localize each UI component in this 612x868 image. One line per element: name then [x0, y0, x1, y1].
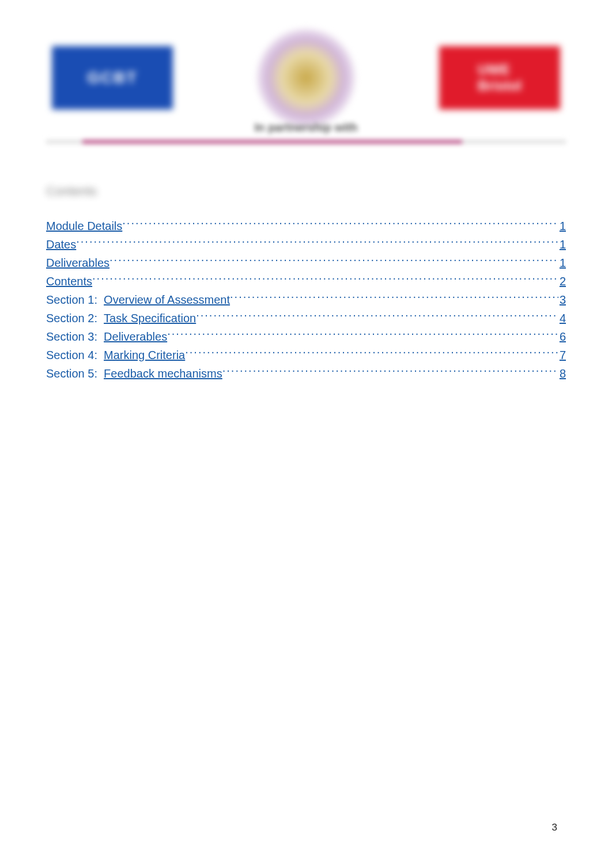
toc-prefix: Section 5: [46, 365, 97, 382]
toc-row: Contents 2 [46, 271, 566, 290]
toc-link-dates[interactable]: Dates [46, 236, 76, 253]
toc-dots [92, 271, 558, 285]
header-logos: GCBT UWE Bristol [46, 29, 566, 127]
toc-dots [167, 327, 558, 341]
toc-link-section1[interactable]: Overview of Assessment [104, 292, 230, 308]
toc-dots [122, 216, 558, 230]
toc-page[interactable]: 1 [558, 255, 566, 271]
toc-page[interactable]: 2 [558, 273, 566, 290]
toc-dots [222, 364, 558, 378]
contents-heading: Contents [46, 184, 566, 199]
toc-prefix: Section 2: [46, 310, 97, 327]
toc-prefix: Section 4: [46, 347, 97, 364]
toc-link-module-details[interactable]: Module Details [46, 218, 122, 235]
table-of-contents: Module Details 1 Dates 1 Deliverables 1 … [46, 216, 566, 382]
logo-left: GCBT [52, 46, 173, 110]
logo-center-crest [257, 29, 355, 127]
toc-page[interactable]: 1 [558, 218, 566, 235]
toc-row: Section 2: Task Specification 4 [46, 308, 566, 327]
toc-link-section5[interactable]: Feedback mechanisms [104, 365, 222, 382]
document-page: GCBT UWE Bristol In partnership with Con… [0, 0, 612, 868]
logo-right: UWE Bristol [439, 46, 560, 110]
toc-dots [185, 345, 558, 359]
header-divider [46, 140, 566, 144]
page-number: 3 [552, 822, 557, 833]
toc-page[interactable]: 3 [558, 292, 566, 308]
logo-left-text: GCBT [87, 69, 137, 87]
toc-page[interactable]: 6 [558, 329, 566, 345]
divider-wrap [46, 140, 566, 144]
toc-page[interactable]: 4 [558, 310, 566, 327]
logo-right-text2: Bristol [478, 78, 522, 94]
toc-row: Dates 1 [46, 235, 566, 253]
toc-link-section4[interactable]: Marking Criteria [104, 347, 185, 364]
toc-link-contents[interactable]: Contents [46, 273, 92, 290]
toc-page[interactable]: 7 [558, 347, 566, 364]
logo-right-text1: UWE [478, 62, 522, 78]
toc-dots [196, 308, 558, 322]
toc-dots [230, 290, 558, 304]
partnership-caption: In partnership with [46, 121, 566, 134]
toc-page[interactable]: 1 [558, 236, 566, 253]
toc-prefix: Section 1: [46, 292, 97, 308]
toc-prefix: Section 3: [46, 329, 97, 345]
toc-row: Module Details 1 [46, 216, 566, 235]
toc-page[interactable]: 8 [558, 365, 566, 382]
toc-row: Deliverables 1 [46, 253, 566, 271]
toc-link-section2[interactable]: Task Specification [104, 310, 196, 327]
toc-row: Section 1: Overview of Assessment 3 [46, 290, 566, 308]
toc-row: Section 5: Feedback mechanisms 8 [46, 364, 566, 382]
toc-row: Section 4: Marking Criteria 7 [46, 345, 566, 364]
toc-dots [76, 235, 558, 248]
toc-row: Section 3: Deliverables 6 [46, 327, 566, 345]
toc-link-deliverables[interactable]: Deliverables [46, 255, 109, 271]
toc-dots [109, 253, 558, 267]
toc-link-section3[interactable]: Deliverables [104, 329, 167, 345]
